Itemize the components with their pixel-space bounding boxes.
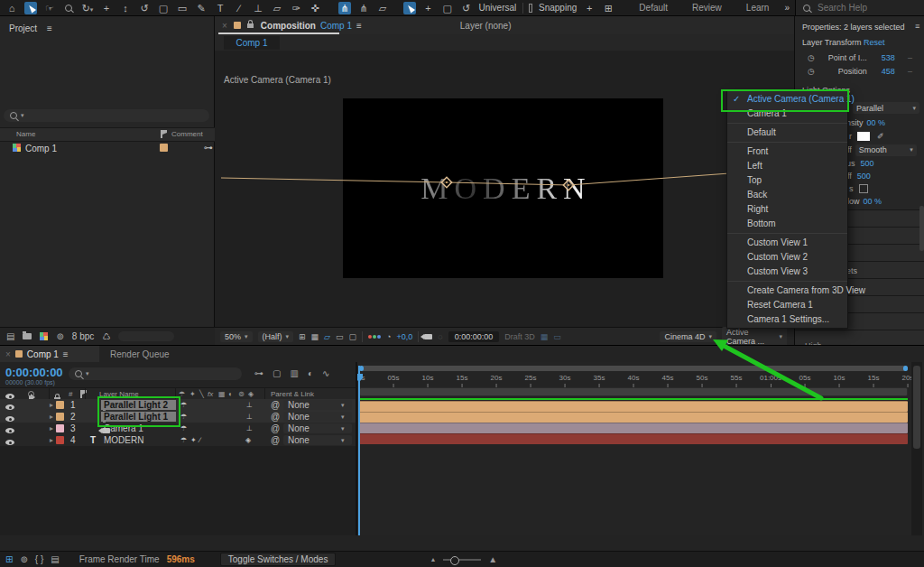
current-timecode[interactable]: 0:00:00:00 xyxy=(5,366,63,379)
property-value[interactable]: 500 xyxy=(861,159,874,168)
spiral-icon[interactable]: ⊚ xyxy=(20,554,27,564)
brackets-icon[interactable]: { } xyxy=(35,554,43,564)
zoom-in-mountain-icon[interactable]: ▲ xyxy=(488,554,497,564)
snap-option-1-icon[interactable]: + xyxy=(583,2,596,14)
magnification-dropdown[interactable]: 50%▾ xyxy=(220,331,253,342)
menu-item-custom-view-1[interactable]: Custom View 1 xyxy=(727,236,847,250)
workspace-tab-default[interactable]: Default xyxy=(630,3,677,13)
draft-3d-icon[interactable]: ▢ xyxy=(273,368,281,378)
panel-scrollbar[interactable] xyxy=(919,206,924,251)
stopwatch-icon[interactable]: ◷ xyxy=(808,67,815,76)
workspace-tab-review[interactable]: Review xyxy=(683,3,731,13)
pen-tool[interactable]: ✎ xyxy=(195,2,208,14)
timeline-search-field[interactable]: ▾ xyxy=(69,367,242,380)
collapse-icon[interactable]: ✦ xyxy=(190,434,197,446)
parent-dropdown[interactable]: None▾ xyxy=(283,423,352,433)
expander-icon[interactable]: ▸ xyxy=(50,423,53,434)
property-value[interactable]: 00 % xyxy=(864,197,882,206)
panel-menu-icon[interactable]: ≡ xyxy=(915,22,919,31)
menu-item-camera-settings[interactable]: Camera 1 Settings... xyxy=(727,312,847,327)
gizmo-rotation-tool[interactable]: ↺ xyxy=(460,2,473,14)
quality-icon[interactable]: ∕ xyxy=(199,434,200,446)
menu-item-custom-view-3[interactable]: Custom View 3 xyxy=(727,265,847,279)
interpret-footage-icon[interactable]: ▤ xyxy=(6,331,14,341)
bit-depth-button[interactable]: 8 bpc xyxy=(72,331,94,341)
trash-icon[interactable]: ♺ xyxy=(102,331,110,341)
close-tab-icon[interactable]: × xyxy=(5,349,11,359)
layer-name[interactable]: Parallel Light 1 xyxy=(101,412,176,422)
menu-item-reset-camera[interactable]: Reset Camera 1 xyxy=(727,298,847,312)
expander-icon[interactable]: ▸ xyxy=(50,399,53,411)
panel-menu-icon[interactable]: ≡ xyxy=(63,349,69,359)
mask-tool[interactable]: ▢ xyxy=(157,2,170,14)
exposure-icon[interactable]: ◔ xyxy=(386,332,391,341)
selection-tool[interactable] xyxy=(24,2,37,14)
shape-tool[interactable]: ▭ xyxy=(176,2,189,14)
parent-dropdown[interactable]: None▾ xyxy=(283,435,352,445)
property-value[interactable]: 500 xyxy=(857,172,871,181)
playhead-line[interactable] xyxy=(358,366,360,535)
expander-icon[interactable]: ▸ xyxy=(50,411,53,423)
resolution-dropdown[interactable]: (Half)▾ xyxy=(258,331,294,342)
menu-item-front[interactable]: Front xyxy=(727,144,847,159)
clone-stamp-tool[interactable]: ⊥ xyxy=(252,2,264,14)
shy-icon[interactable]: ☂ xyxy=(180,399,187,411)
home-icon[interactable]: ⌂ xyxy=(5,2,18,14)
roto-brush-tool[interactable]: ✑ xyxy=(290,2,302,14)
reset-link[interactable]: Reset xyxy=(864,38,885,47)
layer-tab[interactable]: Layer (none) xyxy=(460,21,512,31)
layer-bar-camera-1[interactable] xyxy=(359,423,908,433)
parent-link-column-label[interactable]: Parent & Link xyxy=(271,390,314,398)
composition-viewer[interactable]: Active Camera (Camera 1) MODERN xyxy=(215,51,794,327)
layer-row-parallel-light-2[interactable]: ▸ 1 Parallel Light 2 ☂ ⊥ @ None▾ xyxy=(0,399,356,412)
orbit-camera-tool[interactable]: ↻▾ xyxy=(81,2,94,14)
extended-viewer-icon[interactable]: ▭ xyxy=(553,332,561,341)
pickwhip-icon[interactable]: @ xyxy=(271,411,280,423)
mask-visibility-icon[interactable]: ▱ xyxy=(324,332,330,341)
falloff-dropdown[interactable]: Smooth▾ xyxy=(855,144,917,156)
light-type-dropdown[interactable]: Parallel▾ xyxy=(853,102,919,114)
project-item-name[interactable]: Comp 1 xyxy=(25,144,57,153)
hand-tool[interactable]: ☞ xyxy=(43,2,56,14)
label-color-swatch[interactable] xyxy=(56,413,64,421)
workspace-tab-learn[interactable]: Learn xyxy=(737,3,779,13)
dolly-camera-tool[interactable]: ↕ xyxy=(119,2,132,14)
graph-editor-icon[interactable]: ∿ xyxy=(322,368,329,378)
rotation-tool[interactable]: ↺ xyxy=(138,2,151,14)
motion-blur-icon[interactable]: ◐ xyxy=(308,368,313,378)
stopwatch-icon[interactable]: ◷ xyxy=(808,53,815,62)
shy-icon[interactable]: ☂ xyxy=(180,423,187,434)
universal-gizmo-tool[interactable]: ⋔ xyxy=(338,2,351,14)
snapshot-icon[interactable] xyxy=(424,334,432,339)
label-color-swatch[interactable] xyxy=(56,436,64,444)
region-of-interest-icon[interactable]: ▭ xyxy=(336,332,344,341)
menu-item-default[interactable]: Default xyxy=(727,125,847,140)
type-tool[interactable]: T xyxy=(214,2,226,14)
menu-item-left[interactable]: Left xyxy=(727,159,847,173)
casts-shadows-checkbox[interactable] xyxy=(859,184,868,193)
render-queue-tab[interactable]: Render Queue xyxy=(110,349,170,359)
parent-dropdown[interactable]: None▾ xyxy=(283,400,352,410)
eyedropper-icon[interactable]: ✐ xyxy=(877,132,884,141)
axis-icon[interactable]: ⊥ xyxy=(246,423,253,434)
layer-name[interactable]: Parallel Light 2 xyxy=(101,400,176,410)
name-column-label[interactable]: Name xyxy=(16,130,35,138)
color-swatch[interactable] xyxy=(857,132,870,141)
layer-row-parallel-light-1[interactable]: ▸ 2 Parallel Light 1 ☂ ⊥ @ None▾ xyxy=(0,411,356,423)
draft-3d-button[interactable]: Draft 3D xyxy=(504,332,535,341)
layer-name[interactable]: MODERN xyxy=(104,434,143,446)
puppet-pin-tool[interactable]: ✜ xyxy=(309,2,321,14)
search-help-input[interactable] xyxy=(816,2,910,14)
project-item-row[interactable]: Comp 1 ⊶ xyxy=(0,141,215,154)
camera-view-dropdown[interactable]: Active Camera ...▾ xyxy=(722,327,787,347)
eraser-tool[interactable]: ▱ xyxy=(271,2,283,14)
screenshot-icon[interactable]: ▢ xyxy=(349,332,357,341)
label-column-icon[interactable] xyxy=(161,130,162,138)
layer-bar-parallel-light-2[interactable] xyxy=(359,401,908,412)
label-color-swatch[interactable] xyxy=(56,424,64,432)
mini-flowchart-icon[interactable]: ⊶ xyxy=(254,368,263,378)
axis-icon[interactable]: ⊥ xyxy=(246,411,253,423)
gizmo-position-tool[interactable]: + xyxy=(422,2,435,14)
show-snapshot-icon[interactable]: ◌ xyxy=(438,332,442,341)
zoom-tool[interactable] xyxy=(62,2,75,14)
